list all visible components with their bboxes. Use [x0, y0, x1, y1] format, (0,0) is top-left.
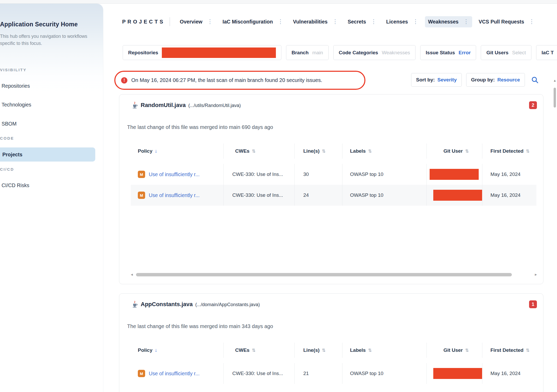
filter-branch[interactable]: Branch main [286, 45, 329, 60]
tab-licenses[interactable]: Licenses ⋮ [383, 16, 421, 27]
first-detected-cell: May 16, 2024 [482, 363, 536, 384]
filter-label: Branch [292, 50, 309, 56]
tab-iac-misconfiguration-button[interactable]: IaC Misconfiguration [223, 19, 273, 25]
scan-alert-text: On May 16, 2024 06:27 PM, the last scan … [131, 77, 322, 83]
filter-value: main [312, 50, 323, 56]
issue-row[interactable]: M Use of insufficiently r... CWE-330: Us… [131, 164, 536, 185]
group-by-label: Group by: [471, 77, 495, 83]
col-header-label: Line(s) [303, 347, 319, 353]
kebab-menu-icon[interactable]: ⋮ [207, 19, 213, 25]
table-header-row: Policy ↓ CWEs ⇅ Line(s) ⇅ Labels ⇅ Git U… [131, 144, 536, 159]
kebab-menu-icon[interactable]: ⋮ [332, 19, 338, 25]
col-header-policy[interactable]: Policy ↓ [131, 144, 223, 159]
scroll-left-arrow[interactable]: ◂ [131, 272, 133, 277]
issue-row[interactable]: M Use of insufficiently r... CWE-330: Us… [131, 363, 536, 384]
sort-desc-icon: ↓ [155, 347, 157, 353]
tab-vulnerabilities[interactable]: Vulnerabilities ⋮ [290, 16, 341, 27]
git-user-cell [426, 185, 482, 206]
tab-vcs-pull-requests-button[interactable]: VCS Pull Requests [479, 19, 524, 25]
tab-vulnerabilities-button[interactable]: Vulnerabilities [293, 19, 328, 25]
col-header-label: First Detected [490, 347, 524, 353]
col-header-policy[interactable]: Policy ↓ [131, 343, 223, 358]
labels-cell: OWASP top 10 [342, 363, 426, 384]
scroll-right-arrow[interactable]: ▸ [535, 272, 537, 277]
tab-overview-button[interactable]: Overview [180, 19, 203, 25]
filter-code-categories[interactable]: Code Categories Weaknesses [333, 45, 416, 60]
col-header-first-detected[interactable]: First Detected ⇅ [482, 144, 536, 159]
file-card-header[interactable]: AppConstants.java (.../domain/AppConstan… [131, 300, 537, 308]
file-path: (.../domain/AppConstants.java) [195, 301, 260, 307]
sidebar-item-sbom[interactable]: SBOM [2, 117, 16, 131]
col-header-cwes[interactable]: CWEs ⇅ [223, 343, 294, 358]
sort-icon: ⇅ [252, 348, 256, 353]
kebab-menu-icon[interactable]: ⋮ [413, 19, 418, 25]
cwe-cell: CWE-330: Use of Ins... [223, 185, 294, 206]
col-header-cwes[interactable]: CWEs ⇅ [223, 144, 294, 159]
issue-count-badge: 2 [529, 101, 537, 109]
tab-overview[interactable]: Overview ⋮ [177, 16, 216, 27]
severity-badge-medium: M [138, 370, 145, 377]
col-header-lines[interactable]: Line(s) ⇅ [294, 144, 342, 159]
kebab-menu-icon[interactable]: ⋮ [463, 19, 469, 25]
col-header-label: Policy [138, 148, 152, 154]
file-name: AppConstants.java [141, 301, 193, 308]
severity-badge-medium: M [138, 192, 145, 199]
group-by-control[interactable]: Group by: Resource [466, 73, 525, 87]
filter-repositories[interactable]: Repositories [123, 45, 281, 60]
sidebar-item-repositories[interactable]: Repositories [2, 79, 30, 93]
filter-label: Issue Status [426, 50, 455, 56]
tabs-row: PROJECTS Overview ⋮ IaC Misconfiguration… [122, 15, 541, 28]
col-header-lines[interactable]: Line(s) ⇅ [294, 343, 342, 358]
vertical-scrollbar-thumb[interactable] [554, 88, 556, 108]
policy-link[interactable]: Use of insufficiently r... [149, 171, 200, 177]
filters-row: Repositories Branch main Code Categories… [123, 45, 557, 60]
tab-secrets[interactable]: Secrets ⋮ [345, 16, 380, 27]
policy-link[interactable]: Use of insufficiently r... [149, 192, 200, 198]
col-header-git-user[interactable]: Git User ⇅ [426, 343, 482, 358]
merge-info: The last change of this file was merged … [127, 323, 273, 329]
search-button[interactable] [531, 76, 539, 84]
col-header-labels[interactable]: Labels ⇅ [342, 343, 426, 358]
sort-icon: ⇅ [322, 149, 325, 154]
tab-vcs-pull-requests[interactable]: VCS Pull Requests ⋮ [476, 16, 538, 27]
file-card-header[interactable]: RandomUtil.java (.../utils/RandomUtil.ja… [131, 101, 537, 109]
tab-weaknesses-button[interactable]: Weaknesses [428, 19, 459, 25]
cwe-cell: CWE-330: Use of Ins... [223, 164, 294, 185]
col-header-label: Line(s) [303, 148, 319, 154]
sort-icon: ⇅ [526, 348, 530, 353]
filter-issue-status[interactable]: Issue Status Error [420, 45, 476, 60]
col-header-label: Labels [350, 347, 366, 353]
file-card-randomutil: RandomUtil.java (.../utils/RandomUtil.ja… [119, 94, 543, 284]
top-bar [0, 0, 557, 4]
horizontal-scrollbar-thumb[interactable] [136, 273, 512, 276]
tab-secrets-button[interactable]: Secrets [348, 19, 366, 25]
file-card-appconstants: AppConstants.java (.../domain/AppConstan… [119, 293, 543, 392]
table-header-row: Policy ↓ CWEs ⇅ Line(s) ⇅ Labels ⇅ Git U… [131, 343, 536, 358]
sidebar-item-projects[interactable]: Projects [0, 147, 95, 162]
tab-licenses-button[interactable]: Licenses [386, 19, 408, 25]
col-header-labels[interactable]: Labels ⇅ [342, 144, 426, 159]
sort-by-value: Severity [437, 77, 457, 83]
col-header-label: CWEs [235, 347, 250, 353]
sidebar-item-cicd-risks[interactable]: CI/CD Risks [2, 178, 29, 192]
kebab-menu-icon[interactable]: ⋮ [277, 19, 283, 25]
java-file-icon [131, 101, 139, 109]
filter-label: Git Users [486, 50, 508, 56]
tab-weaknesses[interactable]: Weaknesses ⋮ [425, 16, 472, 27]
sort-by-control[interactable]: Sort by: Severity [411, 73, 462, 87]
kebab-menu-icon[interactable]: ⋮ [529, 19, 535, 25]
kebab-menu-icon[interactable]: ⋮ [371, 19, 376, 25]
col-header-first-detected[interactable]: First Detected ⇅ [482, 343, 536, 358]
filter-iac[interactable]: IaC T [536, 45, 557, 60]
issue-row[interactable]: M Use of insufficiently r... CWE-330: Us… [131, 185, 536, 206]
vertical-scrollbar[interactable]: ▴ [553, 78, 557, 392]
line-cell: 30 [294, 164, 342, 185]
filter-git-users[interactable]: Git Users Select [481, 45, 531, 60]
policy-link[interactable]: Use of insufficiently r... [149, 371, 200, 377]
col-header-git-user[interactable]: Git User ⇅ [426, 144, 482, 159]
horizontal-scrollbar-track[interactable] [136, 273, 532, 276]
scroll-up-arrow[interactable]: ▴ [553, 78, 557, 82]
tab-iac-misconfiguration[interactable]: IaC Misconfiguration ⋮ [220, 16, 287, 27]
horizontal-scrollbar[interactable]: ◂ ▸ [131, 272, 537, 277]
sidebar-item-technologies[interactable]: Technologies [2, 98, 31, 112]
